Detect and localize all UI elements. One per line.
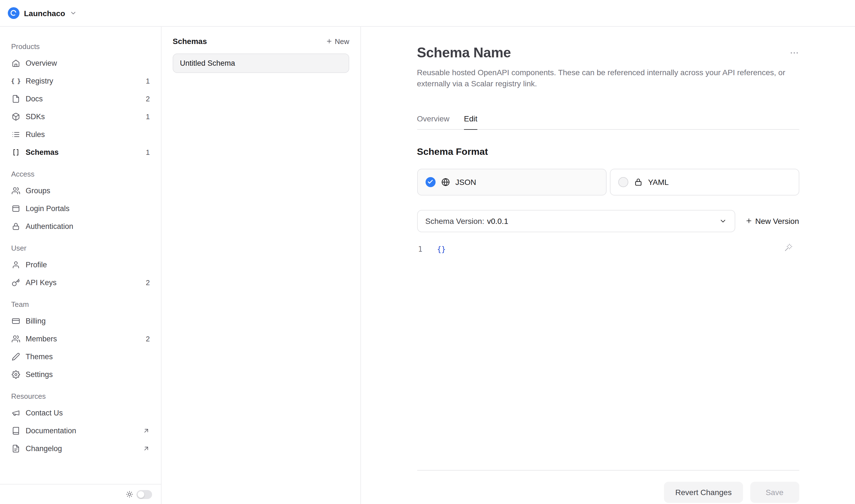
launchaco-logo bbox=[8, 7, 19, 19]
schema-version-select[interactable]: Schema Version: v0.0.1 bbox=[417, 210, 735, 232]
badge-count: 2 bbox=[146, 94, 150, 103]
list-icon bbox=[11, 130, 20, 139]
section-label-products: Products bbox=[11, 42, 152, 51]
cube-icon bbox=[11, 112, 20, 121]
workspace-name: Launchaco bbox=[24, 8, 65, 18]
format-option-yaml[interactable]: YAML bbox=[610, 169, 799, 196]
chevron-down-icon bbox=[70, 10, 77, 17]
sidebar-item-registry[interactable]: { } Registry 1 bbox=[9, 72, 152, 90]
credit-card-icon bbox=[11, 316, 20, 325]
lock-icon bbox=[11, 222, 20, 231]
gear-icon bbox=[11, 370, 20, 379]
sidebar-item-themes[interactable]: Themes bbox=[9, 347, 152, 365]
globe-icon bbox=[441, 178, 450, 186]
version-row: Schema Version: v0.0.1 New Version bbox=[417, 210, 799, 232]
sidebar-footer bbox=[0, 484, 161, 504]
sidebar: Products Overview { } Registry 1 bbox=[0, 27, 162, 504]
sidebar-item-documentation[interactable]: Documentation bbox=[9, 421, 152, 439]
sidebar-nav: Products Overview { } Registry 1 bbox=[0, 27, 161, 484]
user-icon bbox=[11, 260, 20, 269]
radio-selected-icon bbox=[425, 177, 435, 187]
app-window: Launchaco Products Overview { } Registry bbox=[0, 0, 855, 504]
sidebar-item-profile[interactable]: Profile bbox=[9, 256, 152, 273]
badge-count: 1 bbox=[146, 148, 150, 156]
plus-icon bbox=[745, 217, 752, 225]
panel-title: Schemas bbox=[173, 37, 207, 46]
editor-line: 1 {} bbox=[417, 245, 799, 253]
plus-icon bbox=[326, 38, 333, 44]
sidebar-item-overview[interactable]: Overview bbox=[9, 54, 152, 72]
save-button[interactable]: Save bbox=[750, 482, 799, 503]
megaphone-icon bbox=[11, 408, 20, 417]
format-option-json[interactable]: JSON bbox=[417, 169, 606, 196]
sidebar-item-members[interactable]: Members 2 bbox=[9, 330, 152, 347]
sidebar-item-sdks[interactable]: SDKs 1 bbox=[9, 107, 152, 125]
editor-code: {} bbox=[437, 245, 446, 253]
wand-icon bbox=[784, 244, 792, 252]
format-wand-button[interactable] bbox=[784, 244, 792, 252]
sidebar-item-authentication[interactable]: Authentication bbox=[9, 217, 152, 235]
schema-list-item[interactable]: Untitled Schema bbox=[173, 53, 349, 73]
revert-changes-button[interactable]: Revert Changes bbox=[664, 482, 743, 503]
external-link-icon bbox=[143, 445, 150, 452]
tab-edit[interactable]: Edit bbox=[464, 114, 477, 130]
badge-count: 1 bbox=[146, 112, 150, 121]
sidebar-item-groups[interactable]: Groups bbox=[9, 182, 152, 199]
schemas-panel: Schemas New Untitled Schema bbox=[162, 27, 361, 504]
file-text-icon bbox=[11, 444, 20, 453]
document-icon bbox=[11, 94, 20, 103]
format-options: JSON YAML bbox=[417, 169, 799, 196]
page-title: Schema Name bbox=[417, 44, 511, 61]
section-label-access: Access bbox=[11, 170, 152, 178]
workspace-switcher[interactable]: Launchaco bbox=[8, 7, 77, 19]
section-label-resources: Resources bbox=[11, 392, 152, 400]
new-version-button[interactable]: New Version bbox=[745, 217, 799, 226]
sidebar-item-rules[interactable]: Rules bbox=[9, 125, 152, 143]
brackets-icon bbox=[11, 148, 20, 157]
window-icon bbox=[11, 204, 20, 213]
tab-bar: Overview Edit bbox=[417, 114, 799, 130]
key-icon bbox=[11, 278, 20, 287]
section-label-team: Team bbox=[11, 300, 152, 308]
sidebar-item-login-portals[interactable]: Login Portals bbox=[9, 199, 152, 217]
line-number: 1 bbox=[418, 245, 426, 253]
chevron-down-icon bbox=[719, 217, 727, 225]
badge-count: 1 bbox=[146, 76, 150, 85]
more-options-button[interactable] bbox=[789, 44, 799, 58]
badge-count: 2 bbox=[146, 335, 150, 343]
sidebar-item-changelog[interactable]: Changelog bbox=[9, 439, 152, 457]
sidebar-item-settings[interactable]: Settings bbox=[9, 365, 152, 383]
badge-count: 2 bbox=[146, 278, 150, 287]
theme-toggle[interactable] bbox=[137, 490, 152, 499]
action-bar: Revert Changes Save bbox=[417, 482, 799, 504]
paintbrush-icon bbox=[11, 352, 20, 361]
braces-icon: { } bbox=[11, 76, 20, 85]
sidebar-item-billing[interactable]: Billing bbox=[9, 312, 152, 330]
sidebar-item-contact-us[interactable]: Contact Us bbox=[9, 404, 152, 421]
topbar: Launchaco bbox=[0, 0, 855, 27]
page-description: Reusable hosted OpenAPI components. Thes… bbox=[417, 67, 790, 90]
users-icon bbox=[11, 334, 20, 343]
lock-icon bbox=[634, 178, 642, 186]
schema-format-heading: Schema Format bbox=[417, 146, 799, 158]
users-icon bbox=[11, 186, 20, 195]
home-icon bbox=[11, 58, 20, 67]
code-editor[interactable]: 1 {} bbox=[417, 238, 799, 471]
radio-unselected-icon bbox=[618, 177, 628, 187]
ellipsis-icon bbox=[789, 48, 799, 58]
sidebar-item-api-keys[interactable]: API Keys 2 bbox=[9, 273, 152, 291]
tab-overview[interactable]: Overview bbox=[417, 114, 449, 130]
new-schema-button[interactable]: New bbox=[326, 37, 349, 46]
external-link-icon bbox=[143, 427, 150, 434]
book-icon bbox=[11, 426, 20, 435]
sidebar-item-schemas[interactable]: Schemas 1 bbox=[9, 143, 152, 161]
sun-icon bbox=[126, 491, 133, 498]
main-content: Schema Name Reusable hosted OpenAPI comp… bbox=[361, 27, 855, 504]
sidebar-item-docs[interactable]: Docs 2 bbox=[9, 90, 152, 107]
section-label-user: User bbox=[11, 244, 152, 252]
